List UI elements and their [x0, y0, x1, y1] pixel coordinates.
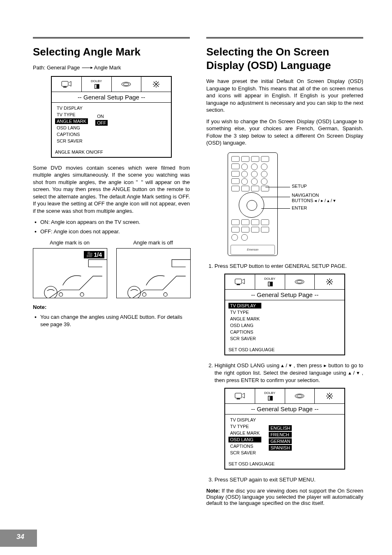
osd-option: GERMAN — [269, 438, 292, 444]
steps-list: Press SETUP again to exit SETUP MENU. — [206, 476, 363, 484]
osd-panel-angle-mark: DOLBY▯▮ -- General Setup Page -- TV DISP… — [51, 76, 172, 158]
tab-video-icon — [112, 77, 142, 92]
osd-item: TV TYPE — [55, 112, 88, 117]
bullet-item: ON: Angle icon appears on the TV screen. — [33, 219, 190, 226]
osd-option: SPANISH — [269, 445, 292, 451]
osd-item: TV TYPE — [228, 309, 261, 315]
body-paragraph: If you wish to change the On Screen Disp… — [206, 118, 363, 147]
svg-point-9 — [128, 286, 141, 298]
illustration-on: Angle mark is on 🎥 — [33, 240, 106, 298]
osd-item: SCR SAVER — [228, 450, 261, 456]
callout-setup: SETUP — [292, 184, 307, 189]
svg-point-8 — [80, 292, 84, 296]
tab-preference-icon — [141, 77, 171, 92]
svg-point-7 — [59, 292, 63, 296]
osd-menu-list: TV DISPLAY TV TYPE ANGLE MARK OSD LANG C… — [228, 417, 261, 458]
tab-dolby-icon: DOLBY▯▮ — [82, 77, 112, 92]
osd-item-selected: TV DISPLAY — [228, 303, 261, 309]
illustration-caption: Angle mark is on — [33, 240, 106, 246]
osd-tab-row: DOLBY▯▮ — [225, 389, 344, 404]
svg-point-10 — [143, 292, 146, 296]
tab-preference-icon — [315, 274, 344, 289]
tv-screen-off — [116, 248, 191, 298]
osd-item: ANGLE MARK — [228, 316, 261, 322]
navigation-ring — [239, 192, 264, 218]
tab-dolby-icon: DOLBY▯▮ — [255, 274, 285, 289]
osd-option: ENGLISH — [269, 425, 292, 431]
leader-line — [265, 187, 290, 187]
osd-option-list: ON OFF — [95, 113, 108, 146]
tab-general-icon — [225, 389, 255, 403]
bullet-list: ON: Angle icon appears on the TV screen.… — [33, 219, 190, 235]
osd-item: CAPTIONS — [228, 443, 261, 449]
osd-title: -- General Setup Page -- — [225, 404, 344, 415]
osd-item-selected: OSD LANG — [228, 437, 261, 442]
osd-item: TV DISPLAY — [55, 105, 88, 111]
path-target: Angle Mark — [94, 64, 121, 71]
section-title: Selecting Angle Mark — [33, 45, 190, 59]
tab-preference-icon — [315, 389, 344, 403]
note-label: Note: — [206, 488, 220, 494]
osd-item: SCR SAVER — [55, 138, 88, 144]
leader-line — [261, 208, 290, 209]
osd-option-selected: OFF — [95, 120, 108, 126]
osd-tab-row: DOLBY▯▮ — [225, 274, 344, 290]
note-heading: Note: — [33, 304, 190, 310]
illustration-caption: Angle mark is off — [116, 240, 190, 246]
remote-body: Emerson — [228, 152, 278, 256]
camera-icon: 🎥 — [86, 251, 93, 258]
angle-badge-text: 1/4 — [94, 251, 102, 258]
svg-point-5 — [123, 83, 129, 85]
leader-line — [261, 197, 290, 197]
callout-enter: ENTER — [292, 205, 307, 210]
osd-item: OSD LANG — [55, 125, 88, 131]
body-paragraph: We have preset the initial Default On Sc… — [206, 78, 363, 114]
section-rule — [206, 37, 363, 39]
section-rule — [33, 37, 190, 39]
osd-item: SCR SAVER — [228, 336, 261, 341]
note-paragraph: Note: If the disc you are viewing does n… — [206, 488, 363, 506]
note-list: You can change the angles using ANGLE bu… — [33, 313, 190, 328]
osd-item: TV TYPE — [228, 424, 261, 429]
callout-navigation: NAVIGATION — [292, 193, 319, 198]
osd-hint: SET OSD LANGUAGE — [225, 460, 344, 469]
svg-rect-12 — [235, 279, 242, 284]
tv-screen-on: 🎥 1/4 — [33, 248, 107, 298]
tab-video-icon — [285, 274, 315, 289]
bullet-item: OFF: Angle icon does not appear. — [33, 228, 190, 235]
osd-option-list: ENGLISH FRENCH GERMAN SPANISH — [269, 425, 292, 458]
tab-video-icon — [285, 389, 315, 403]
tab-dolby-icon: DOLBY▯▮ — [255, 389, 285, 403]
angle-badge: 🎥 1/4 — [84, 251, 104, 258]
osd-item: ANGLE MARK — [228, 430, 261, 436]
osd-menu-list: TV DISPLAY TV TYPE ANGLE MARK OSD LANG C… — [55, 105, 88, 146]
svg-rect-16 — [235, 393, 242, 398]
osd-item: CAPTIONS — [228, 329, 261, 335]
svg-point-19 — [297, 395, 302, 397]
osd-tab-row: DOLBY▯▮ — [52, 77, 171, 92]
osd-body: TV DISPLAY TV TYPE ANGLE MARK OSD LANG C… — [225, 415, 344, 460]
svg-marker-1 — [90, 67, 93, 69]
remote-button-grid-lower — [231, 219, 269, 240]
right-column: Selecting the On Screen Display (OSD) La… — [206, 37, 363, 511]
osd-panel-general-setup: DOLBY▯▮ -- General Setup Page -- TV DISP… — [224, 274, 345, 355]
osd-item: OSD LANG — [228, 322, 261, 328]
svg-rect-2 — [62, 81, 68, 86]
osd-body: TV DISPLAY TV TYPE ANGLE MARK OSD LANG C… — [225, 300, 344, 345]
step-item: Highlight OSD LANG using ▴ / ▾ , then pr… — [214, 362, 363, 384]
osd-panel-osd-lang: DOLBY▯▮ -- General Setup Page -- TV DISP… — [224, 388, 345, 470]
osd-item: TV DISPLAY — [228, 417, 261, 423]
osd-item: CAPTIONS — [55, 131, 88, 137]
osd-hint: ANGLE MARK ON/OFF — [52, 148, 171, 157]
osd-item-selected: ANGLE MARK — [55, 118, 88, 124]
path-prefix: Path: General Page — [33, 64, 80, 71]
svg-point-15 — [297, 281, 302, 283]
tab-general-icon — [225, 274, 255, 289]
angle-illustrations: Angle mark is on 🎥 — [33, 240, 190, 298]
svg-rect-17 — [237, 398, 240, 399]
illustration-off: Angle mark is off — [116, 240, 190, 298]
steps-list: Press SETUP button to enter GENERAL SETU… — [206, 263, 363, 270]
osd-title: -- General Setup Page -- — [225, 290, 344, 300]
remote-brand-label: Emerson — [231, 245, 275, 255]
osd-option: FRENCH — [269, 432, 292, 438]
